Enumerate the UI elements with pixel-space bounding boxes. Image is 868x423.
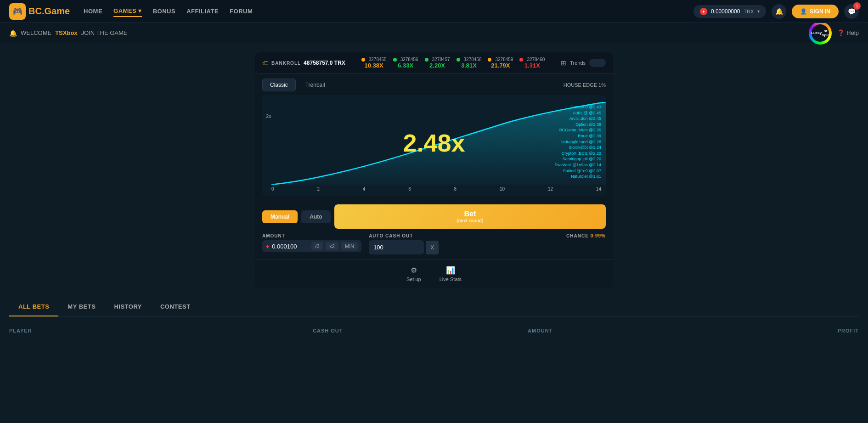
trends-toggle[interactable]	[589, 59, 606, 67]
half-btn[interactable]: /2	[311, 242, 323, 250]
round-mult-0: 10.38X	[365, 62, 383, 69]
round-number-5: 3278460	[527, 57, 545, 62]
trx-icon: ♦	[700, 8, 707, 15]
header: 🎮 BC.Game HOME GAMES ▾ BONUS AFFILIATE F…	[0, 0, 868, 23]
amount-input-row: ♦ /2 x2 MIN	[262, 240, 361, 252]
bet-section: Manual Auto Bet (next round) AMOUNT ♦ /2…	[255, 200, 613, 259]
chart-area: 2x 2.48x GameKid @2.43 AuPU@ @2.45 Arcis…	[262, 95, 606, 196]
auto-cashout-label: AUTO CASH OUT	[369, 233, 439, 238]
cashout-clear-button[interactable]: X	[426, 241, 439, 254]
help-icon: ❓	[837, 29, 845, 36]
form-row: AMOUNT ♦ /2 x2 MIN AUTO CASH OUT X	[262, 233, 606, 254]
bet-button[interactable]: Bet (next round)	[334, 204, 606, 229]
chart-multiplier: 2.48x	[403, 129, 465, 157]
lucky-spin-label: Luckyst Spin	[812, 24, 829, 42]
bet-button-label: Bet	[340, 210, 600, 218]
sign-in-icon: 👤	[800, 8, 807, 15]
bets-header: PLAYER CASH OUT AMOUNT PROFIT	[9, 324, 859, 337]
round-number-2: 3278457	[432, 57, 450, 62]
lucky-spin-button[interactable]: Luckyst Spin	[809, 22, 832, 45]
mode-manual-button[interactable]: Manual	[262, 210, 298, 223]
game-tabs: Classic Trenball HOUSE EDGE 1%	[255, 74, 613, 91]
setup-control[interactable]: ⚙ Set up	[406, 266, 421, 282]
player-labels: GameKid @2.43 AuPU@ @2.45 Arcis..don @2.…	[555, 104, 601, 180]
bet-button-sublabel: (next round)	[340, 218, 600, 223]
round-number-1: 3278456	[400, 57, 418, 62]
bankroll-value: 48758757.0 TRX	[304, 60, 345, 66]
round-dot-4	[488, 58, 491, 62]
round-chip-4[interactable]: 3278459 21.79X	[488, 57, 513, 69]
nav-home[interactable]: HOME	[84, 6, 102, 17]
tab-trenball[interactable]: Trenball	[298, 79, 333, 91]
round-dot-2	[425, 58, 428, 62]
header-right: ♦ 0.00000000 TRX ▾ 🔔 👤 SIGN IN 💬 1	[693, 4, 859, 19]
setup-label: Set up	[406, 276, 421, 282]
round-dot-1	[393, 58, 397, 62]
round-chip-0[interactable]: 3278455 10.38X	[361, 57, 387, 69]
col-header-amount: AMOUNT	[434, 328, 647, 333]
nav-games[interactable]: GAMES ▾	[113, 6, 142, 17]
logo-text: BC.Game	[28, 6, 70, 17]
bankroll-icon: 🏷	[262, 59, 269, 67]
round-mult-5: 1.31X	[524, 62, 540, 69]
round-chip-5[interactable]: 3278460 1.31X	[519, 57, 545, 69]
chart-x-axis: 0 2 4 6 8 10 12 14	[271, 186, 601, 192]
live-stats-control[interactable]: 📊 Live Stats	[440, 266, 462, 282]
sign-in-button[interactable]: 👤 SIGN IN	[792, 5, 839, 18]
balance-amount: 0.00000000	[711, 8, 740, 15]
welcome-left: 🔔 WELCOME TSXbox JOIN THE GAME	[9, 29, 127, 37]
min-btn[interactable]: MIN	[341, 242, 358, 250]
round-dot-0	[361, 58, 365, 62]
round-mult-2: 2.20X	[429, 62, 445, 69]
welcome-suffix: JOIN THE GAME	[81, 29, 128, 36]
col-header-profit: PROFIT	[647, 328, 859, 333]
currency-dropdown-icon[interactable]: ▾	[757, 9, 760, 14]
round-chips: 3278455 10.38X 3278456 6.33X 327	[355, 57, 552, 69]
notification-button[interactable]: 🔔	[772, 4, 786, 19]
tab-classic[interactable]: Classic	[262, 79, 296, 91]
welcome-right: Luckyst Spin ❓ Help	[809, 22, 859, 45]
col-header-player: PLAYER	[9, 328, 222, 333]
balance-currency: TRX	[744, 9, 754, 14]
welcome-username: TSXbox	[55, 29, 77, 36]
logo-icon: 🎮	[9, 3, 26, 20]
live-stats-label: Live Stats	[440, 276, 462, 282]
main-nav: HOME GAMES ▾ BONUS AFFILIATE FORUM	[84, 6, 693, 17]
setup-icon: ⚙	[411, 266, 417, 275]
round-chip-3[interactable]: 3278458 3.81X	[457, 57, 482, 69]
messages-badge: 1	[853, 2, 861, 10]
amount-input[interactable]	[272, 243, 309, 250]
welcome-prefix: WELCOME	[21, 29, 51, 36]
chart-label-2x: 2x	[266, 113, 271, 119]
tab-my-bets[interactable]: MY BETS	[58, 298, 105, 316]
mode-auto-button[interactable]: Auto	[301, 210, 330, 223]
main-content: 🏷 BANKROLL 48758757.0 TRX 3278455 10.38X	[0, 43, 868, 298]
bankroll-label: BANKROLL	[271, 61, 301, 66]
bets-tabs: ALL BETS MY BETS HISTORY CONTEST	[9, 298, 859, 317]
nav-bonus[interactable]: BONUS	[153, 6, 175, 17]
grid-icon: ⊞	[561, 59, 566, 67]
tab-history[interactable]: HISTORY	[105, 298, 151, 316]
tab-contest[interactable]: CONTEST	[151, 298, 200, 316]
nav-forum[interactable]: FORUM	[230, 6, 253, 17]
amount-label: AMOUNT	[262, 233, 361, 238]
balance-pill[interactable]: ♦ 0.00000000 TRX ▾	[693, 5, 766, 18]
welcome-icon: 🔔	[9, 29, 17, 37]
round-chip-1[interactable]: 3278456 6.33X	[393, 57, 418, 69]
round-number-4: 3278459	[495, 57, 513, 62]
nav-affiliate[interactable]: AFFILIATE	[186, 6, 219, 17]
messages-button[interactable]: 💬 1	[844, 4, 859, 19]
amount-group: AMOUNT ♦ /2 x2 MIN	[262, 233, 361, 252]
tab-all-bets[interactable]: ALL BETS	[9, 298, 58, 316]
cashout-input[interactable]	[369, 240, 424, 254]
trends-label: Trends	[570, 60, 586, 66]
bets-section: ALL BETS MY BETS HISTORY CONTEST PLAYER …	[0, 298, 868, 346]
chance-value: 0.99%	[591, 233, 606, 238]
double-btn[interactable]: x2	[326, 242, 338, 250]
round-number-3: 3278458	[464, 57, 482, 62]
round-chip-2[interactable]: 3278457 2.20X	[425, 57, 450, 69]
game-container: 🏷 BANKROLL 48758757.0 TRX 3278455 10.38X	[255, 52, 613, 288]
bet-mode-row: Manual Auto Bet (next round)	[262, 204, 606, 229]
logo[interactable]: 🎮 BC.Game	[9, 3, 70, 20]
help-button[interactable]: ❓ Help	[837, 29, 859, 36]
